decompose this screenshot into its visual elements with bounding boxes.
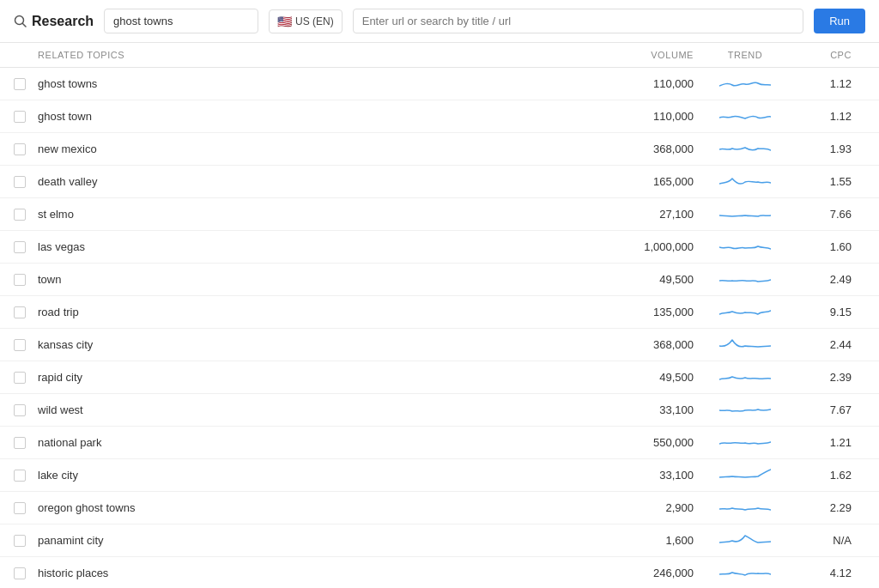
row-checkbox-4[interactable] xyxy=(14,209,26,221)
table-row: historic places 246,000 4.12 xyxy=(0,557,879,588)
row-checkbox-5[interactable] xyxy=(14,241,26,253)
table-row: road trip 135,000 9.15 xyxy=(0,296,879,329)
row-topic-0: ghost towns xyxy=(38,69,591,99)
header-trend: TREND xyxy=(694,50,797,60)
row-cpc-5: 1.60 xyxy=(797,240,865,253)
row-trend-8 xyxy=(694,335,797,355)
row-checkbox-13[interactable] xyxy=(14,502,26,514)
row-cpc-3: 1.55 xyxy=(797,175,865,188)
table-row: oregon ghost towns 2,900 2.29 xyxy=(0,492,879,524)
row-volume-4: 27,100 xyxy=(591,208,694,221)
table-row: lake city 33,100 1.62 xyxy=(0,459,879,492)
row-topic-12: lake city xyxy=(38,460,591,490)
row-topic-14: panamint city xyxy=(38,525,591,555)
trend-chart-11 xyxy=(719,433,771,453)
row-checkbox-6[interactable] xyxy=(14,274,26,286)
row-cpc-6: 2.49 xyxy=(797,273,865,286)
trend-chart-7 xyxy=(719,302,771,323)
search-icon xyxy=(14,15,27,27)
row-trend-14 xyxy=(694,530,797,551)
row-checkbox-7[interactable] xyxy=(14,306,26,318)
row-topic-7: road trip xyxy=(38,297,591,327)
table-row: town 49,500 2.49 xyxy=(0,264,879,296)
row-volume-9: 49,500 xyxy=(591,371,694,384)
row-volume-2: 368,000 xyxy=(591,142,694,155)
row-trend-5 xyxy=(694,237,797,258)
row-topic-2: new mexico xyxy=(38,134,591,164)
row-cpc-15: 4.12 xyxy=(797,567,865,579)
row-trend-13 xyxy=(694,498,797,518)
row-volume-0: 110,000 xyxy=(591,77,694,90)
row-volume-15: 246,000 xyxy=(591,567,694,579)
row-topic-4: st elmo xyxy=(38,199,591,229)
row-topic-9: rapid city xyxy=(38,362,591,392)
table-row: wild west 33,100 7.67 xyxy=(0,394,879,427)
table-row: national park 550,000 1.21 xyxy=(0,427,879,459)
row-checkbox-9[interactable] xyxy=(14,372,26,384)
row-topic-15: historic places xyxy=(38,558,591,588)
results-table: RELATED TOPICS VOLUME TREND CPC ghost to… xyxy=(0,43,879,588)
row-topic-5: las vegas xyxy=(38,232,591,262)
row-cpc-14: N/A xyxy=(797,534,865,547)
row-volume-8: 368,000 xyxy=(591,338,694,351)
row-trend-1 xyxy=(694,106,797,127)
row-trend-10 xyxy=(694,400,797,421)
trend-chart-9 xyxy=(719,367,771,388)
row-checkbox-2[interactable] xyxy=(14,143,26,155)
row-cpc-11: 1.21 xyxy=(797,436,865,449)
table-row: las vegas 1,000,000 1.60 xyxy=(0,231,879,264)
table-header: RELATED TOPICS VOLUME TREND CPC xyxy=(0,43,879,68)
row-checkbox-1[interactable] xyxy=(14,111,26,123)
locale-selector[interactable]: 🇺🇸 US (EN) xyxy=(269,9,343,33)
locale-label: US (EN) xyxy=(295,15,334,27)
row-topic-13: oregon ghost towns xyxy=(38,493,591,523)
trend-chart-2 xyxy=(719,139,771,160)
table-row: rapid city 49,500 2.39 xyxy=(0,361,879,394)
trend-chart-8 xyxy=(719,335,771,355)
table-row: death valley 165,000 1.55 xyxy=(0,166,879,198)
row-cpc-9: 2.39 xyxy=(797,371,865,384)
row-topic-3: death valley xyxy=(38,167,591,197)
row-trend-6 xyxy=(694,270,797,290)
title-text: Research xyxy=(32,14,94,29)
table-row: st elmo 27,100 7.66 xyxy=(0,198,879,231)
row-topic-10: wild west xyxy=(38,395,591,425)
row-checkbox-8[interactable] xyxy=(14,339,26,351)
trend-chart-0 xyxy=(719,74,771,94)
row-volume-3: 165,000 xyxy=(591,175,694,188)
header-cpc: CPC xyxy=(797,50,865,60)
row-checkbox-0[interactable] xyxy=(14,78,26,90)
row-checkbox-12[interactable] xyxy=(14,470,26,482)
row-volume-5: 1,000,000 xyxy=(591,240,694,253)
table-body: ghost towns 110,000 1.12 ghost town 110,… xyxy=(0,68,879,588)
svg-line-1 xyxy=(23,24,27,27)
row-checkbox-15[interactable] xyxy=(14,567,26,579)
trend-chart-15 xyxy=(719,563,771,584)
table-row: kansas city 368,000 2.44 xyxy=(0,329,879,361)
row-volume-13: 2,900 xyxy=(591,501,694,514)
trend-chart-12 xyxy=(719,465,771,486)
row-checkbox-10[interactable] xyxy=(14,404,26,416)
run-button[interactable]: Run xyxy=(814,9,865,33)
flag-icon: 🇺🇸 xyxy=(277,15,292,28)
row-checkbox-11[interactable] xyxy=(14,437,26,449)
row-trend-9 xyxy=(694,367,797,388)
trend-chart-6 xyxy=(719,270,771,290)
table-row: panamint city 1,600 N/A xyxy=(0,524,879,557)
row-cpc-12: 1.62 xyxy=(797,469,865,482)
row-cpc-1: 1.12 xyxy=(797,110,865,123)
row-checkbox-3[interactable] xyxy=(14,176,26,188)
row-checkbox-14[interactable] xyxy=(14,535,26,547)
trend-chart-14 xyxy=(719,530,771,551)
keyword-input[interactable] xyxy=(104,9,258,33)
row-topic-8: kansas city xyxy=(38,330,591,360)
row-topic-11: national park xyxy=(38,427,591,458)
row-cpc-13: 2.29 xyxy=(797,501,865,514)
row-volume-1: 110,000 xyxy=(591,110,694,123)
app-title: Research xyxy=(14,14,94,29)
trend-chart-5 xyxy=(719,237,771,258)
url-input[interactable] xyxy=(353,9,803,33)
trend-chart-4 xyxy=(719,204,771,225)
row-cpc-0: 1.12 xyxy=(797,77,865,90)
trend-chart-13 xyxy=(719,498,771,518)
